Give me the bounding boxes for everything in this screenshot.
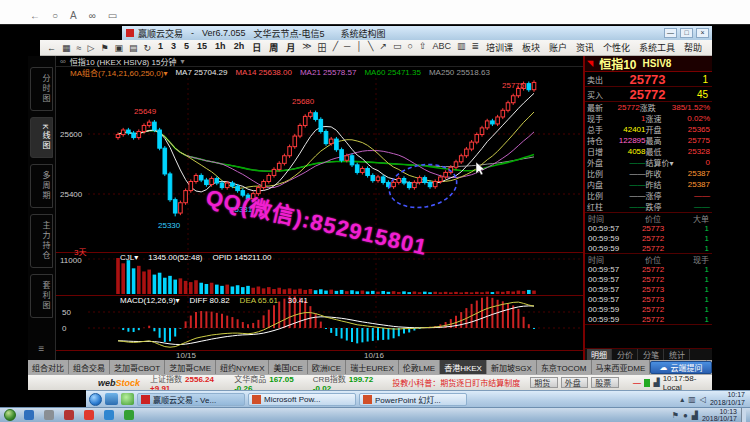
cloud-question-button[interactable]: ☁ 云端提问 <box>650 361 712 374</box>
account-button-期货户[interactable]: 期货户 <box>530 377 558 388</box>
local-clock[interactable]: 10:13 2018/10/17 <box>702 408 737 422</box>
exchange-tab-东京TOCOM[interactable]: 东京TOCOM <box>537 360 592 374</box>
exchange-tab-香港HKEX[interactable]: 香港HKEX <box>440 360 487 374</box>
range-label[interactable]: 3天 <box>74 246 86 257</box>
volume-panel[interactable]: CJL▾1345.00(52:48)OPID 145211.00 11000 <box>56 252 583 295</box>
menu-账户[interactable]: 账户 <box>549 41 567 54</box>
maximize-button[interactable]: □ <box>680 28 693 38</box>
taskbar-window-button[interactable]: PowerPoint 幻灯... <box>359 393 467 406</box>
sidebar-tab-K线图[interactable]: K线图 <box>30 117 53 158</box>
viewer-text-icon[interactable]: A <box>70 11 77 21</box>
tray-flag-icon[interactable]: ⚑ <box>672 411 679 420</box>
circle-tool-icon[interactable]: ○ <box>408 41 413 54</box>
viewer-window-icon[interactable]: ▭ <box>108 11 117 21</box>
period-15[interactable]: 15 <box>197 41 207 54</box>
back-icon[interactable]: ← <box>47 43 56 53</box>
exchange-tab-马来西亚DME[interactable]: 马来西亚DME <box>592 360 651 374</box>
multiwindow-icon[interactable]: 田 <box>318 41 327 54</box>
sidebar-tab-多周期[interactable]: 多周期 <box>30 164 53 208</box>
menu-培训课[interactable]: 培训课 <box>486 41 513 54</box>
chevron-down-icon[interactable]: ▾ <box>180 57 184 66</box>
sidebar-tab-分时图[interactable]: 分时图 <box>30 67 53 111</box>
quote-tab-统计[interactable]: 统计 <box>665 349 690 360</box>
viewer-circle-icon[interactable]: ○ <box>52 11 58 21</box>
period-周[interactable]: 周 <box>269 41 278 54</box>
candlestick-chart[interactable]: 25600254002564925330253812568025775 <box>56 78 583 252</box>
sidebar-tab-主力持仓[interactable]: 主力持仓 <box>30 214 53 268</box>
trendline-icon[interactable]: ╱ <box>333 41 338 54</box>
exchange-tab-组合对比[interactable]: 组合对比 <box>28 360 69 374</box>
arrowline-icon[interactable]: ↗ <box>379 41 387 54</box>
exchange-tab-组合交易[interactable]: 组合交易 <box>69 360 110 374</box>
refresh-icon[interactable]: ↻ <box>144 43 152 53</box>
wave-icon[interactable]: ≈ <box>77 43 82 53</box>
remote-clock[interactable]: 10:17 2018/10/17 <box>710 391 745 407</box>
period-1[interactable]: 1 <box>158 41 163 54</box>
tray-arrow-icon[interactable]: ▴ <box>680 395 684 404</box>
sidebar-menu-icon[interactable]: ≡ <box>28 343 55 360</box>
uparrow-tool-icon[interactable]: ⇧ <box>419 41 427 54</box>
text-tool-icon[interactable]: ABC <box>433 41 452 54</box>
columns-icon[interactable]: ▥ <box>457 41 466 54</box>
more-periods-icon[interactable]: ≫ <box>302 41 311 54</box>
hline-icon[interactable]: ─ <box>344 41 350 54</box>
symbol-tab[interactable]: 恒指10 (HKEX HSIV8) 15分钟 <box>70 56 177 67</box>
taskbar-app-icon[interactable] <box>104 410 114 420</box>
taskbar-window-button[interactable]: Microsoft Pow... <box>248 393 356 406</box>
ie-icon[interactable] <box>105 393 118 405</box>
title-bar[interactable]: 赢顺云交易 - Ver6.7.055 文华云节点-电信5 系统结构图 — □ × <box>122 26 712 40</box>
tray-update-icon[interactable]: ● <box>683 411 688 420</box>
close-button[interactable]: × <box>696 28 709 38</box>
period-5[interactable]: 5 <box>184 41 189 54</box>
period-3[interactable]: 3 <box>171 41 176 54</box>
exchange-tab-新加坡SGX[interactable]: 新加坡SGX <box>487 360 537 374</box>
menu-系统工具[interactable]: 系统工具 <box>639 41 675 54</box>
period-月[interactable]: 月 <box>286 41 295 54</box>
menu-帮助[interactable]: 帮助 <box>684 41 702 54</box>
account-button-股票户[interactable]: 股票户 <box>591 377 619 388</box>
start-button[interactable] <box>89 393 102 406</box>
viewer-back-icon[interactable]: ← <box>30 11 40 21</box>
quote-tab-分笔[interactable]: 分笔 <box>639 349 664 360</box>
flag-icon[interactable]: ⚑ <box>100 43 108 53</box>
taskbar-app-icon[interactable] <box>124 410 134 420</box>
link-mode-icon[interactable]: ∞ <box>60 57 66 66</box>
show-desktop-button[interactable] <box>741 408 746 422</box>
save-icon[interactable]: ▤ <box>129 43 138 53</box>
play-icon[interactable]: ▷ <box>87 43 94 53</box>
taskbar-window-button[interactable]: 赢顺云交易 - Ve... <box>137 393 245 406</box>
sidebar-tab-套利图[interactable]: 套利图 <box>30 274 53 318</box>
tray-volume-icon[interactable]: ◁ <box>700 395 706 404</box>
taskbar-app-icon[interactable] <box>24 410 34 420</box>
exchange-tab-伦敦LME[interactable]: 伦敦LME <box>399 360 440 374</box>
menu-个性化[interactable]: 个性化 <box>603 41 630 54</box>
green-app-icon[interactable] <box>121 393 134 405</box>
bid-row[interactable]: 买入 25772 45 <box>585 87 712 102</box>
ma-indicator-row[interactable]: MA组合(7,14,21,60,250,0)▾MA7 25704.29MA14 … <box>56 67 583 78</box>
list-icon[interactable]: ≣ <box>472 41 480 54</box>
quote-tab-分价[interactable]: 分价 <box>613 349 638 360</box>
vline-icon[interactable]: │ <box>356 41 362 54</box>
quote-header[interactable]: ◥ 恒指10 HSIV8 <box>585 56 712 72</box>
panel-icon[interactable]: ▣ <box>114 43 123 53</box>
minimize-button[interactable]: — <box>664 28 677 38</box>
taskbar-app-icon[interactable] <box>64 410 74 420</box>
local-start-button[interactable] <box>4 409 16 421</box>
tray-network-icon[interactable]: ▥ <box>688 395 696 404</box>
rect-tool-icon[interactable]: ▭ <box>393 41 402 54</box>
menu-资讯[interactable]: 资讯 <box>576 41 594 54</box>
viewer-link-icon[interactable]: ∞ <box>89 11 96 21</box>
account-button-外盘户[interactable]: 外盘户 <box>561 377 589 388</box>
grid-icon[interactable]: ▦ <box>62 43 71 53</box>
taskbar-app-icon[interactable] <box>44 410 54 420</box>
period-2h[interactable]: 2h <box>234 41 245 54</box>
period-1h[interactable]: 1h <box>215 41 226 54</box>
tray-net-icon[interactable]: ▟ <box>692 411 698 420</box>
ask-row[interactable]: 卖出 25773 1 <box>585 72 712 87</box>
macd-panel[interactable]: MACD(12,26,9)▾DIFF 80.82DEA 65.6130.41 5… <box>56 295 583 350</box>
period-日[interactable]: 日 <box>252 41 261 54</box>
quote-tab-明细[interactable]: 明细 <box>587 349 612 360</box>
menu-板块[interactable]: 板块 <box>522 41 540 54</box>
downtrend-icon[interactable]: ╲ <box>368 41 373 54</box>
taskbar-app-icon[interactable] <box>84 410 94 420</box>
